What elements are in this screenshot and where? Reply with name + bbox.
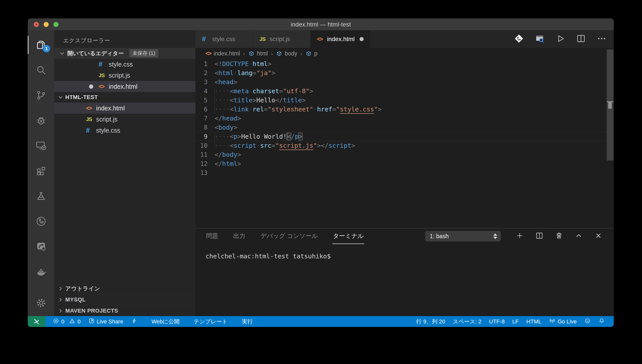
kill-terminal-icon[interactable]	[555, 231, 563, 241]
css-file-icon: #	[202, 35, 211, 43]
tab-index.html[interactable]: <>index.html	[310, 30, 370, 48]
sidebar-section-MAVEN PROJECTS[interactable]: MAVEN PROJECTS	[54, 305, 195, 316]
line-number: 2	[195, 69, 215, 78]
notifications-bell[interactable]	[595, 316, 609, 327]
panel-action-icons	[515, 231, 603, 241]
title-bar[interactable]: index.html — html-test	[28, 18, 614, 30]
maximize-panel-icon[interactable]	[574, 231, 583, 241]
dirty-dot[interactable]	[360, 37, 364, 41]
remote-indicator[interactable]	[28, 316, 45, 327]
breadcrumb-item-p[interactable]: p	[305, 50, 317, 57]
panel-tab-デバッグ コンソール[interactable]: デバッグ コンソール	[260, 232, 318, 244]
search-activity-icon[interactable]	[28, 57, 54, 83]
open-editor-item-script.js[interactable]: JSscript.js	[54, 70, 195, 81]
breadcrumb-item-html[interactable]: html	[248, 50, 268, 57]
source-control-activity-icon[interactable]	[28, 83, 54, 108]
breadcrumb-separator: ›	[300, 50, 302, 57]
language-mode[interactable]: HTML	[522, 316, 545, 327]
test-activity-icon[interactable]	[28, 184, 54, 209]
status-left: 00Live ShareWebに公開テンプレート実行	[45, 316, 257, 327]
code-editor[interactable]: 1<!DOCTYPE·html>2<html·lang="ja">3<head>…	[195, 59, 614, 228]
chevron-right-icon	[57, 308, 64, 314]
editor-scrollbar[interactable]	[607, 49, 614, 161]
status-label: 行 9、列 20	[416, 318, 445, 325]
run-status[interactable]: 実行	[238, 316, 257, 327]
template-status[interactable]: テンプレート	[190, 316, 231, 327]
settings-gear-icon[interactable]	[28, 290, 54, 316]
sidebar-section-アウトライン[interactable]: アウトライン	[54, 283, 195, 294]
breadcrumb-item-index.html[interactable]: <>index.html	[206, 50, 240, 57]
eol[interactable]: LF	[509, 316, 523, 327]
breadcrumb-label: index.html	[214, 50, 240, 57]
minimize-window-button[interactable]	[44, 22, 49, 27]
more-actions-icon[interactable]	[597, 34, 607, 45]
status-right: 行 9、列 20スペース: 2UTF-8LFHTMLGo Live	[412, 316, 614, 327]
terminal-output[interactable]: chelchel-mac:html-test tatsuhiko$	[195, 244, 614, 260]
status-label: Webに公開	[152, 318, 180, 325]
open-editor-item-style.css[interactable]: #style.css	[54, 59, 195, 70]
open-editor-item-index.html[interactable]: <>index.html	[54, 81, 195, 92]
open-editors-label: 開いているエディター	[67, 50, 124, 57]
code-line-6: 6····<link·rel="stylesheet"·href="style.…	[195, 105, 614, 114]
explorer-sidebar: エクスプローラー 開いているエディター 未保存 (1) #style.cssJS…	[54, 30, 195, 316]
debug-activity-icon[interactable]	[28, 108, 54, 133]
live-share-activity-icon[interactable]	[28, 234, 54, 259]
close-panel-icon[interactable]	[594, 231, 603, 241]
terminal-select[interactable]: 1: bash	[425, 231, 501, 241]
open-preview-icon[interactable]	[535, 34, 545, 45]
docker-activity-icon[interactable]	[28, 259, 54, 284]
breadcrumb[interactable]: <>index.html›html›body›p	[195, 48, 614, 59]
status-label: Live Share	[97, 318, 123, 325]
close-window-button[interactable]	[34, 22, 39, 27]
window-title: index.html — html-test	[291, 21, 351, 28]
bolt-status[interactable]	[127, 316, 141, 327]
line-number: 11	[195, 150, 215, 159]
live-share-status[interactable]: Live Share	[84, 316, 127, 327]
new-terminal-icon[interactable]	[515, 231, 524, 241]
publish-web-status[interactable]: Webに公開	[148, 316, 183, 327]
select-arrows-icon	[493, 233, 497, 239]
git-compare-icon[interactable]	[514, 34, 524, 45]
tab-script.js[interactable]: JSscript.js	[253, 30, 310, 48]
status-bar: 00Live ShareWebに公開テンプレート実行 行 9、列 20スペース:…	[28, 316, 614, 327]
chevron-right-icon	[57, 296, 64, 303]
file-item-script.js[interactable]: JSscript.js	[54, 114, 195, 125]
code-line-1: 1<!DOCTYPE·html>	[195, 59, 614, 69]
explorer-badge: 1	[43, 45, 50, 52]
go-live[interactable]: Go Live	[545, 316, 580, 327]
file-name: script.js	[96, 116, 118, 123]
editor-actions	[514, 30, 607, 48]
panel-tab-出力[interactable]: 出力	[233, 232, 246, 244]
gitlens-activity-icon[interactable]	[28, 209, 54, 234]
code-line-3: 3<head>	[195, 78, 614, 87]
cursor-position[interactable]: 行 9、列 20	[412, 316, 449, 327]
feedback-smiley[interactable]	[580, 316, 595, 327]
zoom-window-button[interactable]	[53, 22, 59, 27]
indentation[interactable]: スペース: 2	[449, 316, 485, 327]
split-editor-icon[interactable]	[576, 34, 586, 45]
problems-indicator[interactable]: 00	[49, 316, 84, 327]
tab-bar: #style.cssJSscript.js<>index.html	[195, 30, 614, 48]
breadcrumb-item-body[interactable]: body	[276, 50, 297, 57]
encoding[interactable]: UTF-8	[485, 316, 508, 327]
panel-tab-問題[interactable]: 問題	[206, 232, 219, 244]
sidebar-title: エクスプローラー	[54, 30, 195, 48]
panel-tab-ターミナル[interactable]: ターミナル	[332, 232, 364, 244]
file-item-index.html[interactable]: <>index.html	[54, 103, 195, 114]
sidebar-section-MYSQL[interactable]: MYSQL	[54, 294, 195, 305]
extensions-activity-icon[interactable]	[28, 158, 54, 184]
folder-header[interactable]: HTML-TEST	[54, 92, 195, 103]
html-file-icon: <>	[317, 36, 326, 43]
tab-style.css[interactable]: #style.css	[195, 30, 253, 48]
file-name: script.js	[109, 72, 130, 79]
bolt-icon	[131, 318, 137, 326]
split-terminal-icon[interactable]	[535, 231, 544, 241]
remote-explorer-activity-icon[interactable]	[28, 133, 54, 158]
explorer-activity-icon[interactable]: 1	[28, 32, 54, 57]
open-editors-header[interactable]: 開いているエディター 未保存 (1)	[54, 48, 195, 59]
html-file-icon: <>	[99, 83, 109, 90]
file-name: index.html	[109, 83, 137, 90]
breadcrumb-separator: ›	[271, 50, 273, 57]
file-item-style.css[interactable]: #style.css	[54, 125, 195, 136]
run-icon[interactable]	[555, 34, 565, 45]
